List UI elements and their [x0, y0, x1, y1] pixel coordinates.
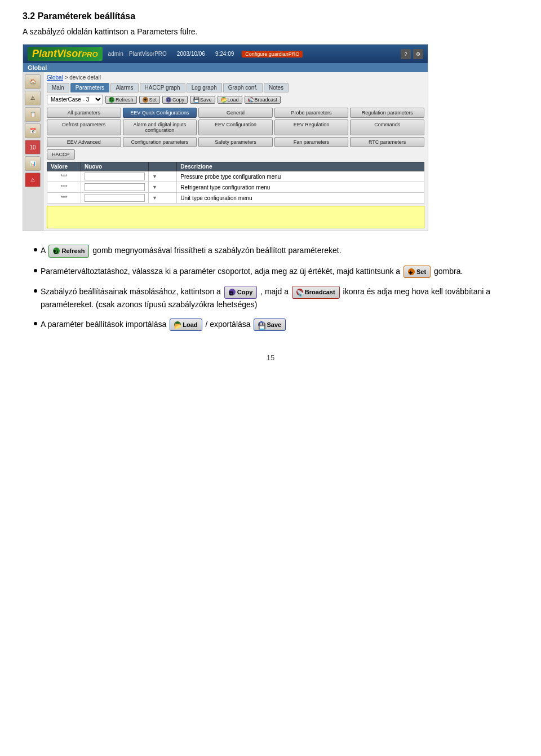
row1-arrow[interactable]: ▼: [149, 171, 177, 182]
pg-alarm[interactable]: Alarm and digital inputs configuration: [123, 120, 197, 135]
row3-arrow[interactable]: ▼: [149, 193, 177, 204]
row2-input[interactable]: [85, 183, 145, 191]
breadcrumb-sep: > device detail: [65, 74, 101, 81]
load-label: Load: [228, 97, 239, 103]
save-label: Save: [200, 97, 212, 103]
date-label: 2003/10/06: [177, 51, 205, 57]
main-layout: 🏠 ⚠ 📋 📅 10 📊 ⚠ Global > device detail Ma…: [23, 72, 428, 231]
bullet4-pre: A paraméter beállítások importálása: [41, 320, 166, 329]
pg-defrost[interactable]: Defrost parameters: [47, 120, 121, 135]
table-row: *** ▼ Pressure probe type configuration …: [47, 171, 424, 182]
tab-notes[interactable]: Notes: [264, 83, 289, 92]
refresh-icon: ↻: [109, 97, 114, 103]
bullet4-content: A paraméter beállítások importálása 📂 Lo…: [41, 319, 287, 331]
col-desc: Descrizione: [177, 162, 424, 171]
save-button[interactable]: 💾 Save: [190, 96, 215, 104]
row2-arrow[interactable]: ▼: [149, 182, 177, 193]
section-heading: 3.2 Paraméterek beállítása: [23, 11, 518, 21]
global-label: Global: [28, 64, 47, 71]
left-sidebar: 🏠 ⚠ 📋 📅 10 📊 ⚠: [23, 72, 43, 231]
bullet3-pre: Szabályzó beállításainak másolásához, ka…: [41, 287, 221, 296]
pg-eev-config[interactable]: EEV Configuration: [198, 120, 273, 135]
logo-text: PlantVisor: [32, 48, 82, 59]
bullet1-pre: A: [41, 246, 46, 255]
broadcast-inline-btn[interactable]: 📡 Broadcast: [292, 286, 340, 299]
bullet-item-2: Paraméterváltoztatáshoz, válassza ki a p…: [34, 266, 518, 278]
pg-commands[interactable]: Commands: [350, 120, 424, 135]
breadcrumb: Global > device detail: [47, 74, 424, 81]
param-groups-grid: All parameters EEV Quick Configurations …: [47, 108, 424, 147]
refresh-inline-icon: ↻: [53, 247, 60, 254]
bullet3-mid: , majd a: [260, 287, 289, 296]
pg-config[interactable]: Configuration parameters: [123, 137, 197, 147]
tab-haccp-graph[interactable]: HACCP graph: [140, 83, 185, 92]
set-inline-label: Set: [416, 267, 426, 277]
set-inline-btn[interactable]: ✦ Set: [403, 266, 431, 278]
copy-button[interactable]: ⧉ Copy: [162, 96, 188, 104]
row2-desc: Refrigerant type configuration menu: [177, 182, 424, 193]
bullet-item-1: A ↻ Refresh gomb megnyomásával frissíthe…: [34, 245, 518, 258]
pg-fan[interactable]: Fan parameters: [274, 137, 349, 147]
pg-all[interactable]: All parameters: [47, 108, 121, 118]
broadcast-inline-label: Broadcast: [305, 288, 335, 297]
page-number: 15: [23, 353, 518, 362]
sidebar-icon-4[interactable]: 📅: [25, 123, 41, 138]
app-topbar: PlantVisorPRO admin PlantVisorPRO 2003/1…: [23, 45, 428, 63]
configure-label: Configure guardianPRO: [242, 51, 303, 58]
load-button[interactable]: 📂 Load: [218, 96, 242, 104]
set-inline-icon: ✦: [408, 268, 415, 275]
tab-alarms[interactable]: Alarms: [110, 83, 138, 92]
tabs-row: Main Parameters Alarms HACCP graph Log g…: [47, 83, 424, 92]
pg-eev-reg[interactable]: EEV Regulation: [274, 120, 349, 135]
sidebar-icon-1[interactable]: 🏠: [25, 74, 41, 89]
toolbar: MasterCase - 3 ↻ Refresh ✦ Set ⧉ Copy: [47, 95, 424, 104]
main-content: Global > device detail Main Parameters A…: [43, 72, 428, 231]
row2-valore: ***: [47, 182, 81, 193]
tab-main[interactable]: Main: [47, 83, 69, 92]
yellow-note-area: [47, 206, 424, 228]
sidebar-icon-2[interactable]: ⚠: [25, 91, 41, 105]
table-row: *** ▼ Refrigerant type configuration men…: [47, 182, 424, 193]
refresh-button[interactable]: ↻ Refresh: [105, 96, 137, 104]
settings-icon[interactable]: ⚙: [413, 49, 423, 59]
tab-log-graph[interactable]: Log graph: [187, 83, 222, 92]
table-row: *** ▼ Unit type configuration menu: [47, 193, 424, 204]
screenshot-container: PlantVisorPRO admin PlantVisorPRO 2003/1…: [23, 44, 428, 231]
logo-pro: PRO: [82, 50, 97, 59]
pg-eev-quick[interactable]: EEV Quick Configurations: [123, 108, 197, 118]
save-icon: 💾: [193, 97, 199, 103]
breadcrumb-global[interactable]: Global: [47, 74, 63, 81]
sidebar-icon-3[interactable]: 📋: [25, 107, 41, 122]
help-icon[interactable]: ?: [401, 49, 411, 59]
bullet2-content: Paraméterváltoztatáshoz, válassza ki a p…: [41, 266, 463, 278]
row3-nuovo[interactable]: [81, 193, 149, 204]
row3-desc: Unit type configuration menu: [177, 193, 424, 204]
pg-general[interactable]: General: [198, 108, 273, 118]
row1-input[interactable]: [85, 173, 145, 180]
row3-input[interactable]: [85, 194, 145, 202]
sidebar-icon-calendar[interactable]: 10: [25, 140, 41, 154]
pg-eev-adv[interactable]: EEV Advanced: [47, 137, 121, 147]
set-button[interactable]: ✦ Set: [139, 96, 161, 104]
row2-nuovo[interactable]: [81, 182, 149, 193]
pg-probe[interactable]: Probe parameters: [274, 108, 349, 118]
broadcast-button[interactable]: 📡 Broadcast: [245, 96, 281, 104]
device-select[interactable]: MasterCase - 3: [47, 95, 103, 104]
load-inline-btn[interactable]: 📂 Load: [170, 319, 202, 331]
row1-nuovo[interactable]: [81, 171, 149, 182]
sidebar-icon-6[interactable]: ⚠: [25, 173, 41, 187]
save-inline-btn[interactable]: 💾 Save: [254, 319, 286, 331]
tab-parameters[interactable]: Parameters: [70, 83, 110, 92]
row1-valore: ***: [47, 171, 81, 182]
refresh-inline-btn[interactable]: ↻ Refresh: [48, 245, 89, 258]
pg-rtc[interactable]: RTC parameters: [350, 137, 424, 147]
copy-inline-btn[interactable]: ⧉ Copy: [224, 286, 258, 299]
tab-graph-conf[interactable]: Graph conf.: [223, 83, 263, 92]
col-arrow: [149, 162, 177, 171]
sidebar-icon-5[interactable]: 📊: [25, 156, 41, 171]
pg-safety[interactable]: Safety parameters: [198, 137, 273, 147]
pg-regulation[interactable]: Regulation parameters: [350, 108, 424, 118]
haccp-button[interactable]: HACCP: [47, 149, 75, 160]
copy-inline-icon: ⧉: [229, 289, 236, 295]
load-inline-icon: 📂: [174, 321, 181, 328]
